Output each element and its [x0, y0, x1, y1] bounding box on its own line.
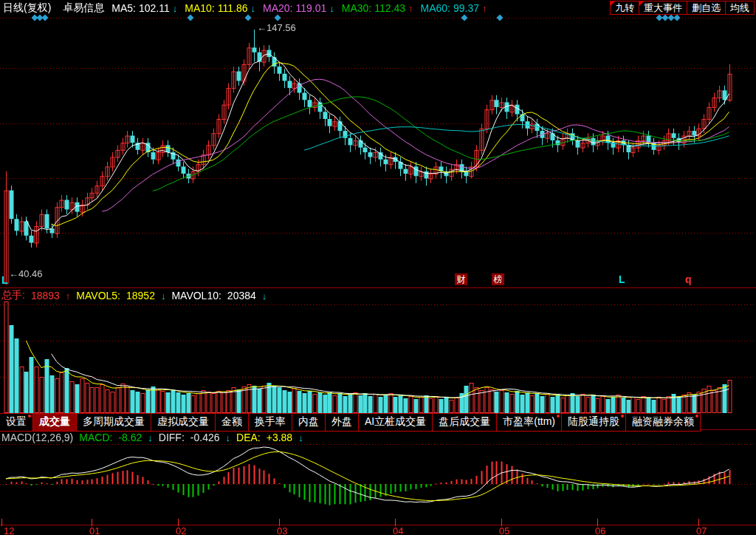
top-toolbar: 日线(复权) 卓易信息 MA5: 102.11 ↓ MA10: 111.86 ↓… [3, 1, 487, 15]
x-axis: 1201020304050607 [0, 525, 756, 535]
month-label: 04 [393, 525, 403, 535]
ma10-readout: MA10: 111.86 ↓ [185, 2, 255, 14]
tab-inner-volume[interactable]: 内盘 [292, 413, 326, 432]
tab-outer-volume[interactable]: 外盘 [325, 413, 359, 432]
ma60-value: 99.37 [453, 2, 479, 14]
ma60-readout: MA60: 99.37 ↑ [421, 2, 487, 14]
tab-pe-ttm[interactable]: 市盈率(ttm) [496, 413, 562, 432]
notification-dot [695, 415, 698, 418]
mavol5-value: 18952 [126, 290, 155, 301]
month-label: 03 [277, 525, 287, 535]
tab-turnover-rate[interactable]: 换手率 [248, 413, 292, 432]
ma5-readout: MA5: 102.11 ↓ [111, 2, 177, 14]
month-label: 02 [176, 525, 186, 535]
tab-multi-period-volume[interactable]: 多周期成交量 [76, 413, 151, 432]
ma20-label: MA20: [263, 2, 292, 14]
signal-marker-q: q [685, 273, 692, 285]
low-price-callout: ←40.46 [9, 268, 43, 279]
dea-label: DEA: [236, 432, 261, 443]
mavol10-label: MAVOL10: [171, 290, 221, 301]
news-marker-bang[interactable]: 榜 [492, 273, 504, 285]
month-label: 12 [4, 525, 14, 535]
tab-after-hours-volume[interactable]: 盘后成交量 [432, 413, 497, 432]
tab-ai-pillar-volume[interactable]: AI立桩成交量 [358, 413, 433, 432]
ma5-label: MA5: [111, 2, 136, 14]
mavol5-label: MAVOL5: [76, 290, 120, 301]
mavol10-arrow-icon: ↓ [262, 290, 267, 301]
volume-value: 18893 [31, 290, 60, 301]
ma20-value: 119.01 [295, 2, 326, 14]
diff-label: DIFF: [159, 432, 185, 443]
high-price-callout: ←147.56 [257, 22, 296, 33]
tab-amount[interactable]: 金额 [215, 413, 249, 432]
volume-header: 总手: 18893 ↑ MAVOL5: 18952 ↓ MAVOL10: 203… [1, 289, 267, 302]
notification-dot [28, 415, 31, 418]
indicator-tab-bar: 设置 成交量 多周期成交量 虚拟成交量 金额 换手率 内盘 外盘 AI立桩成交量… [0, 413, 701, 432]
tab-virtual-volume[interactable]: 虚拟成交量 [151, 413, 216, 432]
ma20-readout: MA20: 119.01 ↓ [263, 2, 334, 14]
volume-label: 总手: [1, 289, 25, 302]
ma5-value: 102.11 [139, 2, 170, 14]
symbol-name: 卓易信息 [63, 1, 104, 15]
ma10-arrow-icon: ↓ [251, 3, 256, 14]
month-label: 01 [89, 525, 100, 535]
news-marker-cai[interactable]: 财 [455, 273, 467, 285]
ma5-arrow-icon: ↓ [173, 3, 178, 14]
btn-ma-settings[interactable]: 均线 [725, 1, 755, 15]
volume-arrow-icon: ↑ [66, 290, 71, 301]
mavol5-arrow-icon: ↓ [161, 290, 166, 301]
ma60-arrow-icon: ↑ [482, 3, 487, 14]
btn-nine-turn[interactable]: 九转 [610, 1, 639, 15]
tab-volume[interactable]: 成交量 [32, 413, 77, 432]
signal-marker-l: L [619, 273, 625, 285]
btn-remove-watchlist[interactable]: 删自选 [687, 1, 726, 15]
ma10-value: 111.86 [218, 2, 248, 14]
ma30-arrow-icon: ↑ [408, 3, 413, 14]
ma60-label: MA60: [421, 2, 450, 14]
toolbar-buttons: 九转 重大事件 删自选 均线 [611, 1, 755, 15]
low-point-marker: L [1, 274, 8, 286]
ma30-value: 112.43 [374, 2, 405, 14]
diff-arrow-icon: ↓ [226, 432, 231, 443]
tab-margin-balance[interactable]: 融资融券余额 [625, 413, 701, 432]
period-label: 日线(复权) [3, 1, 51, 15]
tab-settings[interactable]: 设置 [0, 413, 33, 432]
month-label: 05 [499, 525, 509, 535]
macd-value: -8.62 [118, 432, 142, 443]
btn-major-events[interactable]: 重大事件 [639, 1, 687, 15]
ma10-label: MA10: [185, 2, 214, 14]
month-label: 06 [595, 525, 605, 535]
diff-value: -0.426 [190, 432, 220, 443]
notification-dot [621, 415, 624, 418]
mavol10-value: 20384 [227, 290, 256, 301]
ma30-label: MA30: [342, 2, 371, 14]
notification-dot [557, 415, 560, 418]
macd-arrow-icon: ↓ [148, 432, 153, 443]
month-label: 07 [696, 525, 707, 535]
macd-label: MACD: [79, 432, 112, 443]
macd-title: MACD(12,26,9) [1, 432, 73, 443]
ma20-arrow-icon: ↓ [329, 3, 334, 14]
chart-canvas[interactable] [0, 0, 756, 535]
ma30-readout: MA30: 112.43 ↑ [342, 2, 413, 14]
dea-value: +3.88 [267, 432, 292, 443]
dea-arrow-icon: ↓ [298, 432, 303, 443]
tab-northbound-holdings[interactable]: 陆股通持股 [561, 413, 626, 432]
macd-header: MACD(12,26,9) MACD: -8.62 ↓ DIFF: -0.426… [1, 432, 303, 443]
